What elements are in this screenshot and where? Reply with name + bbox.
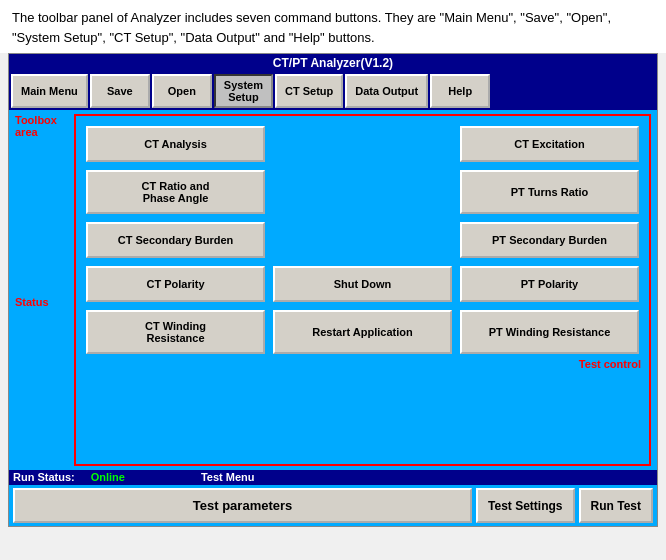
open-button[interactable]: Open — [152, 74, 212, 108]
ct-excitation-button[interactable]: CT Excitation — [460, 126, 639, 162]
title-bar: CT/PT Analyzer(V1.2) — [9, 54, 657, 72]
test-settings-button[interactable]: Test Settings — [476, 488, 574, 523]
system-setup-button[interactable]: SystemSetup — [214, 74, 273, 108]
description-area: The toolbar panel of Analyzer includes s… — [0, 0, 666, 53]
test-button-grid: CT Analysis CT Excitation CT Ratio andPh… — [82, 122, 643, 358]
test-parameters-button[interactable]: Test parameters — [13, 488, 472, 523]
empty-cell-1 — [273, 126, 452, 162]
test-selection-area: Test Selection and TesterControl CT Anal… — [74, 114, 651, 466]
run-status-label: Run Status: — [13, 471, 75, 483]
description-text: The toolbar panel of Analyzer includes s… — [12, 10, 611, 45]
bottom-bar: Test parameters Test Settings Run Test — [9, 484, 657, 526]
ct-winding-resistance-button[interactable]: CT WindingResistance — [86, 310, 265, 354]
data-output-button[interactable]: Data Output — [345, 74, 428, 108]
app-title: CT/PT Analyzer(V1.2) — [273, 56, 393, 70]
restart-application-button[interactable]: Restart Application — [273, 310, 452, 354]
save-button[interactable]: Save — [90, 74, 150, 108]
empty-cell-3 — [273, 222, 452, 258]
status-bar: Run Status: Online Test Menu — [9, 470, 657, 484]
app-window: CT/PT Analyzer(V1.2) Main Menu Save Open… — [8, 53, 658, 527]
main-content: Toolbox area Status Test Selection and T… — [9, 110, 657, 470]
pt-winding-resistance-button[interactable]: PT Winding Resistance — [460, 310, 639, 354]
ct-secondary-burden-button[interactable]: CT Secondary Burden — [86, 222, 265, 258]
toolbox-label: Toolbox area — [15, 114, 70, 138]
pt-secondary-burden-button[interactable]: PT Secondary Burden — [460, 222, 639, 258]
ct-polarity-button[interactable]: CT Polarity — [86, 266, 265, 302]
empty-cell-2 — [273, 170, 452, 214]
ct-ratio-phase-button[interactable]: CT Ratio andPhase Angle — [86, 170, 265, 214]
pt-polarity-button[interactable]: PT Polarity — [460, 266, 639, 302]
help-button[interactable]: Help — [430, 74, 490, 108]
run-test-button[interactable]: Run Test — [579, 488, 653, 523]
ct-analysis-button[interactable]: CT Analysis — [86, 126, 265, 162]
test-control-label: Test control — [82, 358, 643, 370]
ct-setup-button[interactable]: CT Setup — [275, 74, 343, 108]
toolbox-area: Toolbox area Status — [15, 114, 70, 466]
shut-down-button[interactable]: Shut Down — [273, 266, 452, 302]
pt-turns-ratio-button[interactable]: PT Turns Ratio — [460, 170, 639, 214]
status-label: Status — [15, 296, 49, 308]
test-menu-label: Test Menu — [201, 471, 255, 483]
main-menu-button[interactable]: Main Menu — [11, 74, 88, 108]
toolbar: Main Menu Save Open SystemSetup CT Setup… — [9, 72, 657, 110]
bottom-right-buttons: Test Settings Run Test — [476, 488, 653, 523]
run-status-value: Online — [91, 471, 125, 483]
